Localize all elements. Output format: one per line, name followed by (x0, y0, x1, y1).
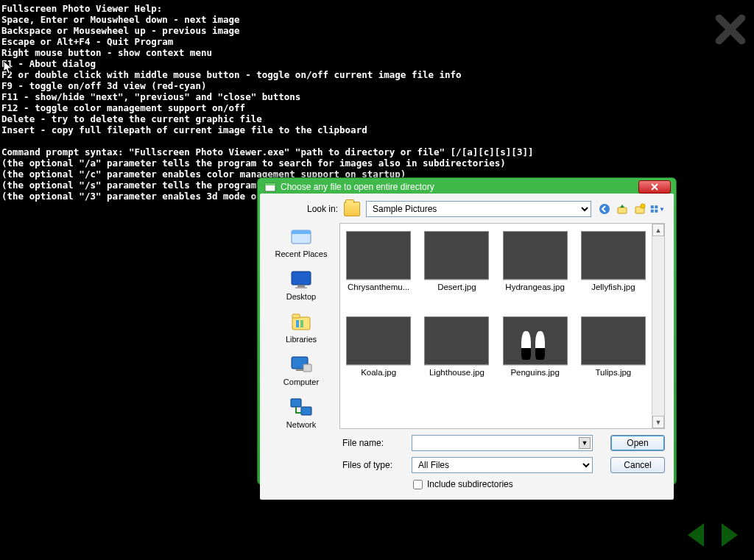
svg-rect-9 (655, 210, 658, 213)
dialog-title: Choose any file to open entire directory (281, 182, 634, 192)
place-desktop-label: Desktop (286, 292, 316, 301)
file-thumb[interactable]: Tulips.jpg (578, 316, 649, 377)
include-subdirs-checkbox[interactable] (413, 480, 423, 489)
place-recent-label: Recent Places (275, 249, 328, 258)
file-thumb-image (424, 231, 489, 280)
filename-row: File name: ▼ Open (342, 435, 665, 451)
file-thumb[interactable]: Hydrangeas.jpg (500, 231, 571, 291)
scroll-up-button[interactable]: ▲ (652, 224, 664, 236)
file-thumb-image (503, 231, 568, 280)
svg-rect-20 (296, 369, 303, 371)
svg-rect-22 (291, 399, 301, 407)
next-image-button[interactable] (714, 520, 744, 550)
place-network-label: Network (286, 420, 316, 429)
file-thumb-label: Koala.jpg (361, 368, 396, 377)
file-thumb[interactable]: Penguins.jpg (500, 316, 571, 377)
place-desktop[interactable]: Desktop (286, 269, 316, 301)
dialog-middle: Recent Places Desktop Libraries Computer… (269, 223, 665, 429)
svg-rect-7 (655, 205, 658, 208)
filetype-row: Files of type: All Files Cancel (342, 457, 665, 473)
file-open-dialog: Choose any file to open entire directory… (257, 177, 677, 485)
lookin-dropdown[interactable]: Sample Pictures (366, 201, 591, 217)
svg-rect-14 (295, 287, 307, 288)
app-close-button[interactable] (714, 13, 747, 46)
svg-rect-18 (300, 320, 303, 327)
view-menu-button[interactable]: ▼ (650, 202, 665, 216)
svg-rect-3 (618, 208, 627, 213)
file-thumb[interactable]: Jellyfish.jpg (578, 231, 649, 291)
file-thumb-label: Chrysanthemu... (348, 283, 409, 291)
svg-rect-12 (292, 272, 311, 285)
file-thumb-label: Hydrangeas.jpg (505, 283, 565, 291)
dialog-titlebar[interactable]: Choose any file to open entire directory (260, 180, 674, 194)
svg-rect-1 (265, 183, 275, 185)
svg-rect-16 (292, 314, 300, 318)
place-recent[interactable]: Recent Places (275, 226, 328, 258)
svg-rect-21 (303, 364, 311, 372)
file-list-scroll[interactable]: Chrysanthemu...Desert.jpgHydrangeas.jpgJ… (340, 224, 652, 428)
dialog-title-icon (264, 181, 276, 193)
dialog-form: File name: ▼ Open Files of type: All Fil… (342, 435, 665, 473)
file-thumb-label: Tulips.jpg (595, 368, 631, 377)
file-thumb[interactable]: Desert.jpg (421, 231, 492, 291)
place-libraries-label: Libraries (286, 335, 317, 344)
file-thumb-label: Lighthouse.jpg (429, 368, 485, 377)
file-thumb-label: Desert.jpg (437, 283, 476, 291)
cancel-button[interactable]: Cancel (610, 457, 665, 473)
file-thumb-image (346, 231, 411, 280)
place-network[interactable]: Network (286, 397, 316, 429)
svg-point-5 (641, 204, 645, 208)
prev-image-button[interactable] (682, 520, 711, 550)
svg-rect-6 (651, 205, 654, 208)
file-thumb-image (503, 316, 568, 365)
scroll-track[interactable] (652, 236, 664, 416)
filename-label: File name: (342, 438, 406, 448)
filename-input[interactable]: ▼ (412, 435, 593, 451)
filetype-label: Files of type: (342, 460, 406, 470)
file-thumb[interactable]: Chrysanthemu... (343, 231, 414, 291)
include-subdirs-label: Include subdirectories (427, 479, 513, 489)
file-thumb[interactable]: Lighthouse.jpg (421, 316, 492, 377)
dialog-close-button[interactable] (638, 180, 671, 194)
svg-point-2 (599, 204, 610, 214)
scroll-down-button[interactable]: ▼ (652, 416, 664, 428)
place-libraries[interactable]: Libraries (286, 311, 317, 344)
lookin-label: Look in: (269, 204, 338, 214)
nav-back-button[interactable] (597, 202, 612, 216)
file-thumb[interactable]: Koala.jpg (343, 316, 414, 377)
lookin-toolbar: ▼ (597, 202, 665, 216)
file-thumb-image (424, 316, 489, 365)
file-list-scrollbar[interactable]: ▲ ▼ (652, 224, 664, 428)
file-list-area: Chrysanthemu...Desert.jpgHydrangeas.jpgJ… (339, 223, 665, 429)
nav-arrows (682, 520, 744, 550)
svg-rect-13 (297, 285, 305, 287)
file-thumb-image (346, 316, 411, 365)
file-thumb-label: Jellyfish.jpg (591, 283, 635, 291)
open-button[interactable]: Open (610, 435, 665, 451)
svg-rect-8 (651, 210, 654, 213)
help-text-block: Fullscreen Photo Viewer Help: Space, Ent… (1, 3, 533, 202)
svg-rect-11 (292, 230, 311, 234)
dialog-body: Look in: Sample Pictures ▼ (260, 194, 674, 500)
filetype-dropdown[interactable]: All Files (412, 457, 593, 473)
file-thumb-image (581, 316, 646, 365)
places-bar: Recent Places Desktop Libraries Computer… (269, 223, 334, 429)
include-subdirs-row[interactable]: Include subdirectories (342, 479, 665, 489)
folder-icon (344, 202, 360, 216)
file-thumb-label: Penguins.jpg (510, 368, 560, 377)
new-folder-button[interactable] (633, 202, 647, 216)
svg-rect-23 (301, 407, 311, 415)
place-computer[interactable]: Computer (283, 354, 319, 386)
nav-up-button[interactable] (615, 202, 630, 216)
place-computer-label: Computer (283, 378, 319, 386)
svg-rect-17 (296, 320, 299, 327)
lookin-row: Look in: Sample Pictures ▼ (269, 201, 665, 217)
filename-dropdown-button[interactable]: ▼ (579, 437, 591, 449)
file-thumb-image (581, 231, 646, 280)
